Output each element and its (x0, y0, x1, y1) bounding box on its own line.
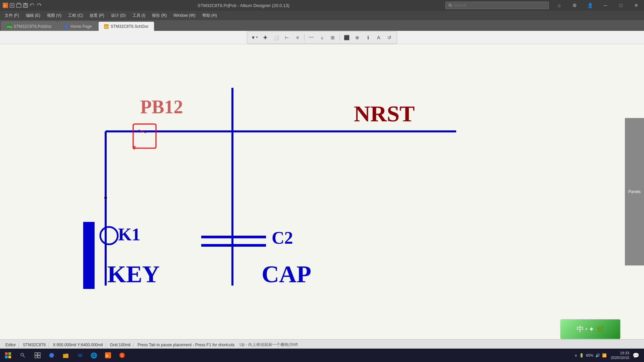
tab-schdoc[interactable]: SCH STM32C8T6.SchDoc (98, 21, 154, 31)
svg-text:SCH: SCH (104, 26, 109, 28)
menu-window[interactable]: Window (W) (170, 12, 199, 19)
task-view-icon (35, 352, 41, 358)
component-button[interactable]: ⬛ (342, 33, 351, 42)
notif-content: 中 • ✦ 🌿 (560, 319, 620, 339)
tray-arrow-icon[interactable]: ∧ (575, 353, 577, 358)
svg-point-9 (449, 4, 451, 6)
schematic-canvas[interactable]: PB12 NRST K1 C2 KEY CAP 中 • ✦ 🌿 Panels (0, 44, 644, 339)
taskbar-extra-icon[interactable]: S (115, 349, 129, 362)
home-nav-icon[interactable]: ⌂ (551, 0, 567, 11)
status-grid: Grid:100mil (107, 343, 133, 347)
window-controls: ⌂ ⚙ 👤 ─ □ ✕ (551, 0, 644, 11)
svg-rect-37 (38, 353, 40, 355)
power-button[interactable]: ⊕ (353, 33, 362, 42)
svg-text:PCB: PCB (7, 25, 12, 28)
svg-rect-36 (35, 353, 37, 355)
tray-battery-icon[interactable]: 🔋 (579, 353, 584, 358)
chinese-char: 中 (577, 324, 584, 334)
panels-button[interactable]: Panels (625, 118, 644, 265)
hint-label: Up - 向上移动鼠标一个栅格(Shift (239, 342, 298, 348)
minimize-button[interactable]: ─ (598, 0, 613, 11)
altium-icon: A (105, 352, 111, 358)
schematic-svg (0, 44, 644, 339)
open-icon[interactable] (16, 3, 21, 8)
tray-speaker-icon[interactable]: 🔊 (595, 353, 600, 358)
cross-button[interactable]: ✚ (261, 33, 270, 42)
user-nav-icon[interactable]: 👤 (582, 0, 598, 11)
tab-pcbdoc-label: STM32C8T6.PcbDoc (14, 24, 52, 29)
toolbar: ▼▼ ✚ ⬜ ⊢ ≡ 〰 ⏚ ⊞ ⬛ ⊕ ℹ A ↺ (0, 31, 644, 44)
start-button[interactable] (0, 349, 16, 362)
menu-edit[interactable]: 编辑 (E) (22, 11, 44, 20)
settings-nav-icon[interactable]: ⚙ (567, 0, 582, 11)
menu-reports[interactable]: 报告 (R) (149, 11, 170, 20)
taskbar-browser-icon[interactable]: 🌐 (87, 349, 101, 362)
svg-rect-38 (35, 356, 37, 358)
system-clock[interactable]: 19:33 2020/10/10 (611, 351, 629, 360)
filter-button[interactable]: ▼▼ (250, 33, 259, 42)
undo-button[interactable]: ↺ (385, 33, 394, 42)
nrst-label: NRST (354, 101, 415, 127)
tray-network-icon[interactable]: 📶 (602, 353, 607, 358)
tab-homepage[interactable]: Home Page (58, 21, 97, 31)
cap-label: CAP (262, 260, 311, 288)
search-icon (448, 3, 452, 7)
taskbar-search-icon (20, 353, 25, 358)
status-mode: Editor (3, 343, 19, 347)
clock-time: 19:33 (611, 351, 629, 355)
svg-rect-32 (5, 356, 8, 358)
status-filename: STM32C8T6 (20, 343, 49, 347)
pcb-tab-icon: PCB (7, 24, 12, 29)
menu-file[interactable]: 文件 (F) (1, 11, 22, 20)
leaf-icon: 🌿 (596, 325, 604, 333)
taskbar-multitask-icon[interactable] (31, 349, 44, 362)
menu-design[interactable]: 设计 (D) (108, 11, 129, 20)
search-input[interactable] (453, 3, 546, 8)
tray-icons: ∧ 🔋 60% 🔊 📶 (572, 353, 609, 358)
menu-help[interactable]: 帮助 (H) (199, 11, 220, 20)
svg-rect-31 (8, 352, 11, 355)
sch-tab-icon: SCH (104, 24, 109, 29)
filename-label: STM32C8T6 (23, 343, 46, 347)
svg-rect-7 (24, 3, 26, 5)
close-button[interactable]: ✕ (629, 0, 644, 11)
taskbar-search-button[interactable] (16, 349, 30, 362)
taskbar-altium-icon[interactable]: A (101, 349, 115, 362)
info-button[interactable]: ℹ (363, 33, 373, 42)
undo-title-icon[interactable] (30, 3, 35, 8)
taskbar-mail-icon[interactable]: ✉ (73, 349, 87, 362)
menu-view[interactable]: 视图 (V) (44, 11, 65, 20)
editor-label: Editor (5, 343, 16, 347)
svg-point-24 (100, 227, 118, 244)
wire-button[interactable]: 〰 (307, 33, 316, 42)
gnd-button[interactable]: ⏚ (317, 33, 327, 42)
taskbar-edge-icon[interactable]: ⬣ (45, 349, 58, 362)
windows-icon (5, 352, 11, 358)
menu-tools[interactable]: 工具 (I) (129, 11, 149, 20)
menu-project[interactable]: 工程 (C) (65, 11, 86, 20)
message-label: Press Tab to pause placement - Press F1 … (138, 343, 234, 347)
tab-pcbdoc[interactable]: PCB STM32C8T6.PcbDoc (1, 21, 57, 31)
app-icon: A (3, 3, 8, 8)
home-tab-icon (64, 24, 68, 29)
save-icon[interactable] (23, 3, 28, 8)
restore-button[interactable]: □ (613, 0, 629, 11)
search-box[interactable] (445, 2, 549, 9)
menu-place[interactable]: 放置 (P) (86, 11, 107, 20)
rect-button[interactable]: ⬜ (271, 33, 281, 42)
tab-homepage-label: Home Page (70, 24, 92, 29)
svg-rect-33 (8, 356, 11, 358)
svg-rect-5 (16, 4, 21, 7)
svg-point-34 (21, 353, 23, 356)
redo-title-icon[interactable] (36, 3, 42, 8)
star-icon: ✦ (589, 325, 594, 333)
text-button[interactable]: A (374, 33, 383, 42)
taskbar-explorer-icon[interactable] (59, 349, 72, 362)
new-icon[interactable] (9, 3, 15, 8)
bus-button[interactable]: ⊞ (328, 33, 337, 42)
notification-icon[interactable]: 💬 (631, 352, 641, 359)
align-center-button[interactable]: ≡ (293, 33, 302, 42)
extra-icon: S (119, 352, 125, 358)
align-left-button[interactable]: ⊢ (282, 33, 291, 42)
k1-label: K1 (118, 225, 140, 244)
